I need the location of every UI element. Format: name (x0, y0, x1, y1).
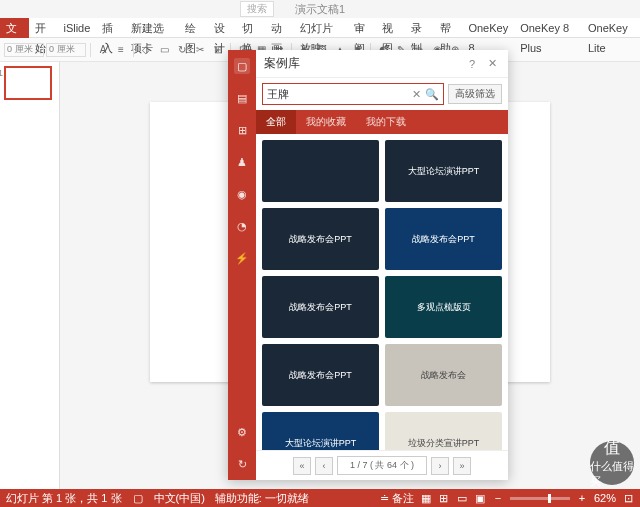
template-card[interactable]: 战略发布会PPT (262, 344, 379, 406)
panel-tabs: 全部我的收藏我的下载 (256, 110, 508, 134)
thumbnail-pane[interactable] (0, 62, 60, 489)
settings-icon[interactable]: ⚙ (234, 424, 250, 440)
help-icon[interactable]: ? (464, 56, 480, 72)
slideshow-view-icon[interactable]: ▣ (474, 492, 486, 504)
bookmark-icon[interactable]: ▢ (234, 58, 250, 74)
menu-设计[interactable]: 设计 (208, 18, 237, 38)
menu-文件[interactable]: 文件 (0, 18, 29, 38)
height-box[interactable]: 0 厘米 (46, 43, 86, 57)
watermark-badge: 值 什么值得买 (590, 441, 634, 485)
slide-counter: 幻灯片 第 1 张，共 1 张 (6, 491, 122, 506)
menu-切换[interactable]: 切换 (236, 18, 265, 38)
sorter-view-icon[interactable]: ⊞ (438, 492, 450, 504)
menu-录制[interactable]: 录制 (405, 18, 434, 38)
template-card[interactable]: 战略发布会PPT (262, 208, 379, 270)
search-input[interactable] (267, 88, 412, 100)
shape-icon[interactable]: ◇ (138, 42, 154, 58)
case-library-panel: ▢ ▤ ⊞ ♟ ◉ ◔ ⚡ ⚙ ↻ 案例库 ? ✕ ✕ 🔍 高级筛选 全部我的收… (228, 50, 508, 480)
org-icon[interactable]: ♟ (234, 154, 250, 170)
last-page-button[interactable]: » (453, 457, 471, 475)
zoom-in-icon[interactable]: + (576, 492, 588, 504)
template-card[interactable]: 大型论坛演讲PPT (262, 412, 379, 450)
sync-icon[interactable]: ↻ (234, 456, 250, 472)
pager: « ‹ 1 / 7 ( 共 64 个 ) › » (256, 450, 508, 480)
menu-新建选项卡[interactable]: 新建选项卡 (125, 18, 179, 38)
menu-帮助[interactable]: 帮助 (434, 18, 463, 38)
normal-view-icon[interactable]: ▦ (420, 492, 432, 504)
menu-审阅[interactable]: 审阅 (348, 18, 377, 38)
panel-main: 案例库 ? ✕ ✕ 🔍 高级筛选 全部我的收藏我的下载 大型论坛演讲PPT战略发… (256, 50, 508, 480)
template-card[interactable]: 垃圾分类宣讲PPT (385, 412, 502, 450)
menubar: 文件开始iSlide插入新建选项卡绘图设计切换动画幻灯片放映审阅视图录制帮助On… (0, 18, 640, 38)
first-page-button[interactable]: « (293, 457, 311, 475)
page-info: 1 / 7 ( 共 64 个 ) (337, 456, 427, 475)
panel-title: 案例库 (264, 55, 460, 72)
chart-icon[interactable]: ◔ (234, 218, 250, 234)
panel-tab[interactable]: 我的下载 (356, 110, 416, 134)
menu-OneKey 8[interactable]: OneKey 8 (462, 18, 514, 38)
zoom-slider[interactable] (510, 497, 570, 500)
close-icon[interactable]: ✕ (484, 56, 500, 72)
layout-icon[interactable]: ▤ (234, 90, 250, 106)
advanced-filter-button[interactable]: 高级筛选 (448, 84, 502, 104)
menu-开始[interactable]: 开始 (29, 18, 58, 38)
panel-sidebar: ▢ ▤ ⊞ ♟ ◉ ◔ ⚡ ⚙ ↻ (228, 50, 256, 480)
language-label[interactable]: 中文(中国) (154, 491, 205, 506)
reading-view-icon[interactable]: ▭ (456, 492, 468, 504)
gallery[interactable]: 大型论坛演讲PPT战略发布会PPT战略发布会PPT战略发布会PPT多观点梳版页战… (256, 134, 508, 450)
statusbar: 幻灯片 第 1 张，共 1 张 ▢ 中文(中国) 辅助功能: 一切就绪 ≐ 备注… (0, 489, 640, 507)
clear-icon[interactable]: ✕ (412, 88, 421, 101)
menu-绘图[interactable]: 绘图 (179, 18, 208, 38)
fill-icon[interactable]: ▭ (156, 42, 172, 58)
menu-OneKey 8 Plus[interactable]: OneKey 8 Plus (514, 18, 582, 38)
menu-插入[interactable]: 插入 (96, 18, 125, 38)
panel-tab[interactable]: 我的收藏 (296, 110, 356, 134)
panel-search-row: ✕ 🔍 高级筛选 (256, 78, 508, 110)
titlebar: 演示文稿1 搜索 (0, 0, 640, 18)
slide-thumbnail[interactable] (4, 66, 52, 100)
search-box[interactable]: ✕ 🔍 (262, 83, 444, 105)
template-card[interactable]: 大型论坛演讲PPT (385, 140, 502, 202)
next-page-button[interactable]: › (431, 457, 449, 475)
accessibility-label[interactable]: 辅助功能: 一切就绪 (215, 491, 309, 506)
globe-icon[interactable]: ◉ (234, 186, 250, 202)
list-icon[interactable]: ≡ (113, 42, 129, 58)
template-card[interactable]: 战略发布会PPT (262, 276, 379, 338)
menu-视图[interactable]: 视图 (376, 18, 405, 38)
fit-icon[interactable]: ⊡ (622, 492, 634, 504)
menu-iSlide[interactable]: iSlide (57, 18, 96, 38)
crop-icon[interactable]: ✂ (192, 42, 208, 58)
rocket-icon[interactable]: ⚡ (234, 250, 250, 266)
panel-tab[interactable]: 全部 (256, 110, 296, 134)
align-icon[interactable]: ⊞ (210, 42, 226, 58)
menu-OneKey Lite[interactable]: OneKey Lite (582, 18, 640, 38)
zoom-out-icon[interactable]: − (492, 492, 504, 504)
prev-page-button[interactable]: ‹ (315, 457, 333, 475)
zoom-level[interactable]: 62% (594, 492, 616, 504)
menu-动画[interactable]: 动画 (265, 18, 294, 38)
template-card[interactable] (262, 140, 379, 202)
panel-header: 案例库 ? ✕ (256, 50, 508, 78)
rotate-icon[interactable]: ↻ (174, 42, 190, 58)
notes-button[interactable]: ≐ 备注 (380, 491, 414, 506)
doc-title: 演示文稿1 (295, 2, 345, 17)
spell-icon[interactable]: ▢ (132, 492, 144, 504)
template-card[interactable]: 战略发布会PPT (385, 208, 502, 270)
template-card[interactable]: 战略发布会 (385, 344, 502, 406)
grid-icon[interactable]: ⊞ (234, 122, 250, 138)
title-search[interactable]: 搜索 (240, 1, 274, 17)
search-icon[interactable]: 🔍 (425, 88, 439, 101)
width-box[interactable]: 0 厘米 (4, 43, 44, 57)
font-color-icon[interactable]: A (95, 42, 111, 58)
menu-幻灯片放映[interactable]: 幻灯片放映 (294, 18, 348, 38)
template-card[interactable]: 多观点梳版页 (385, 276, 502, 338)
